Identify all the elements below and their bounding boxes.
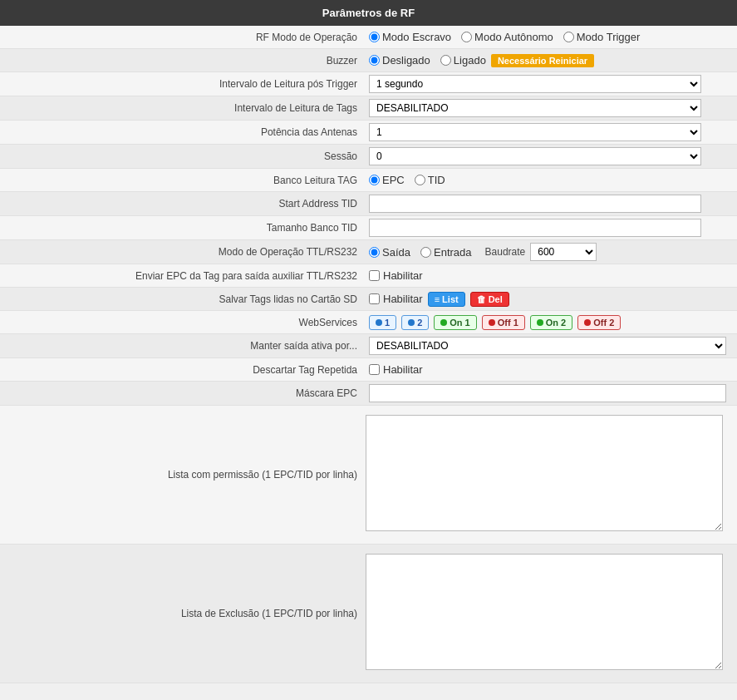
buzzer-value: Desligado Ligado Necessário Reiniciar [366,54,737,67]
modo-ttl-value: Saída Entrada Baudrate 600 1200 2400 480… [366,243,737,261]
list-icon: ≡ [435,294,440,304]
lista-exclusao-textarea[interactable] [366,554,723,670]
webservices-value: 1 2 On 1 Off 1 On 2 Off 2 [366,315,737,330]
enviar-epc-label: Enviar EPC da Tag para saída auxiliar TT… [0,270,366,282]
lista-permissao-textarea[interactable] [366,415,723,531]
lista-exclusao-value [366,547,737,680]
rf-modo-escravo[interactable]: Modo Escravo [369,31,451,43]
tamanho-banco-label: Tamanho Banco TID [0,222,366,234]
banco-tid[interactable]: TID [415,174,445,186]
banco-epc[interactable]: EPC [369,174,405,186]
lista-exclusao-label: Lista de Exclusão (1 EPC/TID por linha) [0,547,366,680]
descartar-tag-checkbox[interactable] [369,364,380,375]
intervalo-tags-label: Intervalo de Leitura de Tags [0,102,366,114]
buzzer-radio-group: Desligado Ligado [369,54,486,67]
row-lista-permissao: Lista com permissão (1 EPC/TID por linha… [0,406,737,545]
row-lista-exclusao: Lista de Exclusão (1 EPC/TID por linha) [0,545,737,683]
baudrate-select[interactable]: 600 1200 2400 4800 9600 19200 [530,243,597,261]
sessao-label: Sessão [0,150,366,162]
salvar-tags-value: Habilitar ≡ List 🗑 Del [366,292,737,307]
potencia-label: Potência das Antenas [0,126,366,138]
tamanho-banco-input[interactable] [369,219,701,237]
row-tamanho-banco: Tamanho Banco TID [0,216,737,240]
del-button[interactable]: 🗑 Del [470,292,509,307]
ws-btn-on1[interactable]: On 1 [434,315,476,330]
enviar-epc-checkbox[interactable] [369,270,380,281]
intervalo-trigger-label: Intervalo de Leitura pós Trigger [0,78,366,90]
list-button[interactable]: ≡ List [428,292,465,307]
ws-dot-off1 [489,319,495,326]
rf-modo-trigger[interactable]: Modo Trigger [563,31,641,43]
row-webservices: WebServices 1 2 On 1 Off 1 On 2 [0,311,737,334]
row-modo-ttl: Modo de Operação TTL/RS232 Saída Entrada… [0,240,737,264]
ws-dot-on1 [440,319,447,326]
rf-modo-label: RF Modo de Operação [0,32,366,43]
row-salvar-tags: Salvar Tags lidas no Cartão SD Habilitar… [0,288,737,311]
start-address-value [366,195,737,213]
ws-dot-on2 [537,319,543,326]
modo-ttl-radio-group: Saída Entrada [369,246,472,259]
buzzer-ligado[interactable]: Ligado [440,54,486,67]
mascara-epc-value [366,384,737,402]
intervalo-tags-value: DESABILITADO 100ms 500ms 1 segundo [366,99,737,117]
row-descartar-tag: Descartar Tag Repetida Habilitar [0,358,737,382]
row-enviar-epc: Enviar EPC da Tag para saída auxiliar TT… [0,264,737,288]
sessao-select[interactable]: 0 1 2 3 [369,147,701,165]
form-container: RF Modo de Operação Modo Escravo Modo Au… [0,26,737,683]
mascara-epc-label: Máscara EPC [0,387,366,399]
baudrate-label: Baudrate [485,246,526,258]
salvar-tags-checkbox-item[interactable]: Habilitar [369,293,423,305]
ws-btn-off2[interactable]: Off 2 [577,315,621,330]
page-title: Parâmetros de RF [0,0,737,26]
enviar-epc-checkbox-item[interactable]: Habilitar [369,269,423,282]
intervalo-trigger-value: 1 segundo 2 segundos 5 segundos 10 segun… [366,75,737,93]
ws-btn-1[interactable]: 1 [369,315,396,330]
start-address-input[interactable] [369,195,701,213]
del-icon: 🗑 [477,294,486,304]
descartar-tag-value: Habilitar [366,363,737,376]
buzzer-label: Buzzer [0,55,366,67]
rf-modo-value: Modo Escravo Modo Autônomo Modo Trigger [366,31,737,43]
banco-leitura-label: Banco Leitura TAG [0,175,366,186]
ws-btn-on2[interactable]: On 2 [530,315,572,330]
row-intervalo-tags: Intervalo de Leitura de Tags DESABILITAD… [0,96,737,121]
webservices-label: WebServices [0,317,366,328]
buzzer-desligado[interactable]: Desligado [369,54,430,67]
row-mascara-epc: Máscara EPC [0,382,737,406]
enviar-epc-value: Habilitar [366,269,737,282]
banco-leitura-value: EPC TID [366,174,737,186]
ws-btn-2[interactable]: 2 [401,315,429,330]
row-manter-saida: Manter saída ativa por... DESABILITADO 1… [0,334,737,358]
banco-leitura-radio-group: EPC TID [369,174,445,186]
row-start-address: Start Address TID [0,192,737,216]
intervalo-tags-select[interactable]: DESABILITADO 100ms 500ms 1 segundo [369,99,701,117]
ws-dot-1 [376,319,382,326]
row-potencia: Potência das Antenas 1 2 3 4 5 [0,121,737,145]
modo-ttl-label: Modo de Operação TTL/RS232 [0,246,366,258]
lista-permissao-label: Lista com permissão (1 EPC/TID por linha… [0,408,366,541]
sessao-value: 0 1 2 3 [366,147,737,165]
descartar-tag-label: Descartar Tag Repetida [0,364,366,376]
row-banco-leitura: Banco Leitura TAG EPC TID [0,169,737,192]
manter-saida-select[interactable]: DESABILITADO 1 segundo 2 segundos 5 segu… [369,337,726,355]
ttl-saida[interactable]: Saída [369,246,410,259]
start-address-label: Start Address TID [0,198,366,210]
reiniciar-badge: Necessário Reiniciar [491,54,594,67]
row-intervalo-trigger: Intervalo de Leitura pós Trigger 1 segun… [0,72,737,96]
rf-modo-autonomo[interactable]: Modo Autônomo [461,31,553,43]
row-sessao: Sessão 0 1 2 3 [0,145,737,169]
mascara-epc-input[interactable] [369,384,726,402]
potencia-value: 1 2 3 4 5 [366,123,737,141]
salvar-tags-checkbox[interactable] [369,293,380,304]
descartar-tag-checkbox-item[interactable]: Habilitar [369,363,423,376]
ttl-entrada[interactable]: Entrada [420,246,472,259]
ws-btn-off1[interactable]: Off 1 [482,315,525,330]
lista-permissao-value [366,408,737,541]
tamanho-banco-value [366,219,737,237]
salvar-tags-label: Salvar Tags lidas no Cartão SD [0,293,366,305]
row-rf-modo: RF Modo de Operação Modo Escravo Modo Au… [0,26,737,49]
potencia-select[interactable]: 1 2 3 4 5 [369,123,701,141]
intervalo-trigger-select[interactable]: 1 segundo 2 segundos 5 segundos 10 segun… [369,75,701,93]
manter-saida-value: DESABILITADO 1 segundo 2 segundos 5 segu… [366,337,737,355]
ws-dot-2 [408,319,415,326]
